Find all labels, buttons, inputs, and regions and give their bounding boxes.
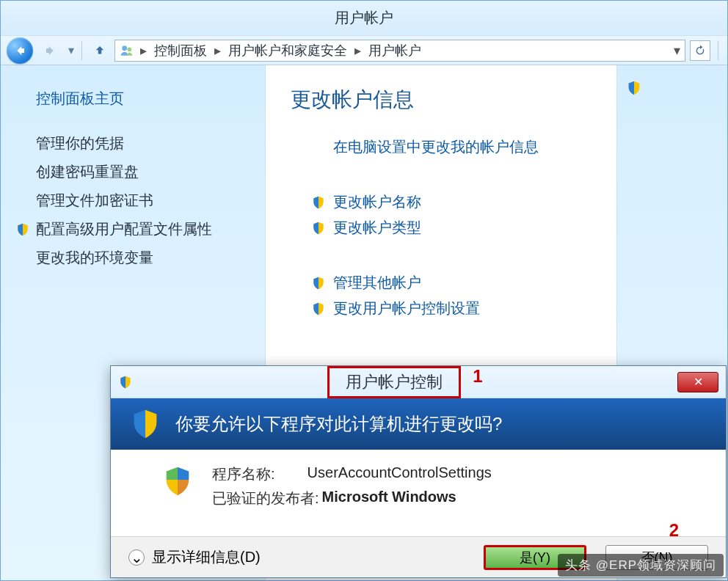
sidebar-link-advanced-profiles[interactable]: 配置高级用户配置文件属性 [7,215,256,244]
up-button[interactable] [90,40,110,61]
svg-point-1 [127,47,131,51]
watermark: 头条 @ERP领域资深顾问 [558,554,724,577]
show-details-toggle[interactable]: ⌄ 显示详细信息(D) [128,547,261,567]
nav-toolbar: ▾ ▸ 控制面板 ▸ 用户帐户和家庭安全 ▸ 用户帐户 ▾ [1,36,727,65]
chevron-down-icon[interactable]: ▾ [674,43,680,59]
window-title: 用户帐户 [1,1,727,36]
window-title-text: 用户帐户 [335,8,393,28]
divider [718,41,718,60]
sidebar-link-password-reset-disk[interactable]: 创建密码重置盘 [27,158,256,186]
uac-titlebar: 用户帐户控制 1 ✕ [111,366,726,398]
shield-icon [15,222,30,237]
shield-icon [626,80,642,96]
svg-point-0 [122,45,127,51]
shield-icon [311,302,326,316]
publisher-label: 已验证的发布者: [212,489,319,508]
uac-dialog: 用户帐户控制 1 ✕ 你要允许以下程序对此计算机进行更改吗? 程序名称: Use… [110,365,727,578]
uac-title: 用户帐户控制 [327,366,461,398]
chevron-down-icon[interactable]: ▾ [68,43,74,57]
breadcrumb-user-accounts-safety[interactable]: 用户帐户和家庭安全 [227,42,349,59]
publisher-value: Microsoft Windows [322,489,456,508]
link-change-uac-settings[interactable]: 更改用户帐户控制设置 [291,299,596,318]
close-button[interactable]: ✕ [677,372,718,392]
link-change-account-name[interactable]: 更改帐户名称 [291,192,596,212]
users-icon [120,43,134,58]
uac-body: 程序名称: UserAccountControlSettings 已验证的发布者… [111,450,726,523]
breadcrumb-separator: ▸ [137,43,150,59]
address-bar[interactable]: ▸ 控制面板 ▸ 用户帐户和家庭安全 ▸ 用户帐户 ▾ [114,40,685,62]
arrow-right-icon [44,44,57,57]
shield-icon [311,276,326,290]
back-button[interactable] [7,37,33,64]
annotation-1: 1 [473,366,482,398]
link-manage-other-accounts[interactable]: 管理其他帐户 [291,273,596,293]
divider [81,41,82,60]
refresh-button[interactable] [690,40,710,61]
control-panel-home-link[interactable]: 控制面板主页 [36,89,256,109]
breadcrumb-separator: ▸ [352,43,364,59]
forward-button[interactable] [37,37,64,64]
link-change-in-pc-settings[interactable]: 在电脑设置中更改我的帐户信息 [291,137,596,157]
program-name-label: 程序名称: [212,464,275,484]
shield-icon [311,221,326,235]
breadcrumb-control-panel[interactable]: 控制面板 [153,42,208,59]
uac-question-bar: 你要允许以下程序对此计算机进行更改吗? [111,398,726,450]
sidebar-link-env-vars[interactable]: 更改我的环境变量 [27,244,256,272]
shield-icon [161,464,194,498]
breadcrumb-user-accounts[interactable]: 用户帐户 [367,42,423,59]
uac-question: 你要允许以下程序对此计算机进行更改吗? [175,412,502,436]
link-change-account-type[interactable]: 更改帐户类型 [291,218,596,238]
close-icon: ✕ [694,375,703,389]
shield-icon [128,407,162,441]
annotation-2: 2 [669,520,679,541]
shield-icon [311,195,326,210]
sidebar-link-file-encryption-certs[interactable]: 管理文件加密证书 [27,186,256,215]
arrow-up-icon [93,44,106,57]
chevron-down-icon: ⌄ [128,549,145,566]
refresh-icon [694,45,706,56]
sidebar-link-credentials[interactable]: 管理你的凭据 [27,129,256,158]
page-heading: 更改帐户信息 [291,86,596,114]
shield-icon [118,375,133,390]
uac-info: 程序名称: UserAccountControlSettings 已验证的发布者… [212,464,492,508]
breadcrumb-separator: ▸ [211,43,224,59]
arrow-left-icon [13,44,26,57]
program-name-value: UserAccountControlSettings [307,464,492,484]
